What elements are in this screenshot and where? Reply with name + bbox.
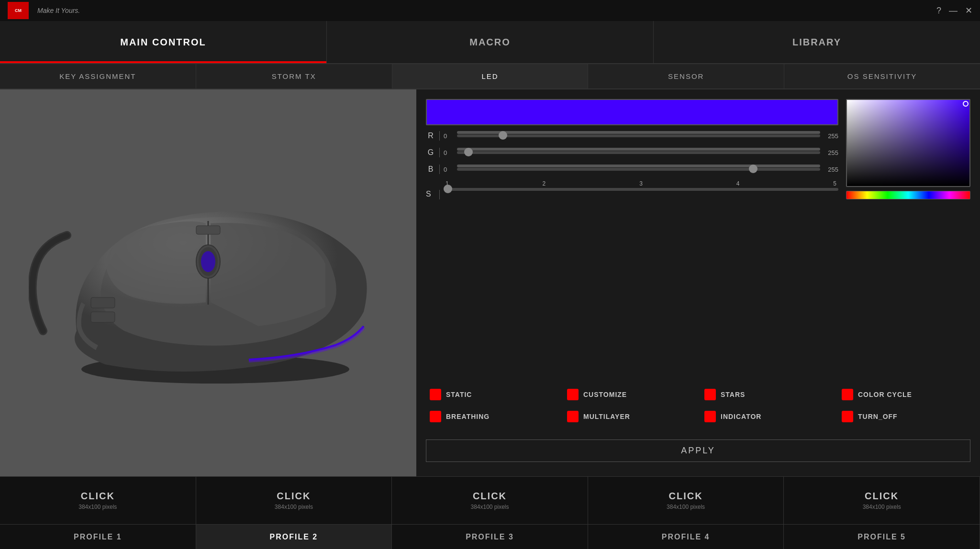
profile-4-click: CLICK <box>669 491 703 502</box>
color-gradient-picker[interactable] <box>846 99 970 187</box>
hue-bar[interactable] <box>846 191 970 199</box>
tab-macro[interactable]: MACRO <box>327 21 654 63</box>
multilayer-icon <box>567 411 579 422</box>
g-slider-row: G 0 255 <box>426 147 838 159</box>
led-mode-static[interactable]: STATIC <box>426 386 558 403</box>
logo-area: CM Make It Yours. <box>8 2 80 19</box>
spacer <box>426 204 970 376</box>
led-mode-stars[interactable]: STARS <box>701 386 833 403</box>
help-button[interactable]: ? <box>936 6 941 16</box>
led-mode-turn-off[interactable]: TURN_OFF <box>838 408 970 425</box>
close-button[interactable]: ✕ <box>965 5 972 16</box>
g-max: 255 <box>824 149 838 156</box>
subtab-led-label: LED <box>481 72 498 80</box>
g-min: 0 <box>444 149 453 156</box>
profile-2-name: PROFILE 2 <box>270 533 318 541</box>
g-track <box>457 151 820 154</box>
b-track <box>457 168 820 171</box>
profile-name-4[interactable]: PROFILE 4 <box>588 525 784 549</box>
customize-label: CUSTOMIZE <box>583 391 627 398</box>
subtab-sensor[interactable]: SENSOR <box>588 64 784 88</box>
right-panel: R 0 255 G 0 255 <box>416 89 980 476</box>
led-mode-indicator[interactable]: INDICATOR <box>701 408 833 425</box>
b-max: 255 <box>824 166 838 173</box>
multilayer-label: MULTILAYER <box>583 413 630 420</box>
mouse-svg <box>29 168 388 398</box>
g-slider[interactable] <box>457 148 820 151</box>
profile-names-bar: PROFILE 1 PROFILE 2 PROFILE 3 PROFILE 4 … <box>0 524 980 549</box>
r-divider <box>439 131 440 141</box>
b-label: B <box>426 165 435 174</box>
s-label: S <box>426 190 435 198</box>
subtab-os-sensitivity-label: OS SENSITIVITY <box>847 72 917 80</box>
tab-main-control-label: MAIN CONTROL <box>120 37 206 48</box>
sub-nav: KEY ASSIGNMENT STORM TX LED SENSOR OS SE… <box>0 64 980 89</box>
profile-3-click: CLICK <box>473 491 507 502</box>
profile-slot-2[interactable]: CLICK 384x100 pixels <box>196 477 392 524</box>
minimize-button[interactable]: — <box>949 6 958 16</box>
r-slider-row: R 0 255 <box>426 130 838 142</box>
led-mode-customize[interactable]: CUSTOMIZE <box>563 386 696 403</box>
profile-4-name: PROFILE 4 <box>662 533 710 541</box>
stars-label: STARS <box>721 391 745 398</box>
tab-macro-label: MACRO <box>469 37 511 48</box>
r-slider[interactable] <box>457 131 820 134</box>
s-divider <box>439 190 440 199</box>
profile-5-name: PROFILE 5 <box>858 533 906 541</box>
led-mode-breathing[interactable]: BREATHING <box>426 408 558 425</box>
color-cycle-label: COLOR CYCLE <box>858 391 912 398</box>
b-min: 0 <box>444 166 453 173</box>
mouse-preview <box>0 89 416 476</box>
tab-main-control[interactable]: MAIN CONTROL <box>0 21 327 63</box>
profile-slot-3[interactable]: CLICK 384x100 pixels <box>392 477 588 524</box>
r-min: 0 <box>444 132 453 140</box>
profile-slot-4[interactable]: CLICK 384x100 pixels <box>588 477 784 524</box>
tab-library[interactable]: LIBRARY <box>654 21 980 63</box>
svg-rect-6 <box>91 312 115 322</box>
coolermaster-logo: CM <box>8 2 29 19</box>
g-label: G <box>426 148 435 157</box>
profile-5-click: CLICK <box>865 491 899 502</box>
static-icon <box>430 389 441 400</box>
profile-name-1[interactable]: PROFILE 1 <box>0 525 196 549</box>
static-label: STATIC <box>446 391 472 398</box>
window-controls: ? — ✕ <box>936 5 972 16</box>
led-modes-grid: STATIC CUSTOMIZE STARS COLOR CYCLE BREAT… <box>426 381 970 430</box>
subtab-storm-tx[interactable]: STORM TX <box>196 64 392 88</box>
profile-name-3[interactable]: PROFILE 3 <box>392 525 588 549</box>
picker-dot <box>963 101 969 107</box>
s-slider[interactable] <box>444 185 838 193</box>
subtab-os-sensitivity[interactable]: OS SENSITIVITY <box>784 64 980 88</box>
b-divider <box>439 165 440 174</box>
b-slider-row: B 0 255 <box>426 164 838 176</box>
apply-button[interactable]: APPLY <box>426 439 970 462</box>
breathing-icon <box>430 411 441 422</box>
breathing-label: BREATHING <box>446 413 490 420</box>
stars-icon <box>704 389 716 400</box>
profile-name-5[interactable]: PROFILE 5 <box>784 525 980 549</box>
profile-5-pixels: 384x100 pixels <box>863 504 901 510</box>
profile-2-pixels: 384x100 pixels <box>275 504 313 510</box>
content-area: R 0 255 G 0 255 <box>0 89 980 476</box>
titlebar: CM Make It Yours. ? — ✕ <box>0 0 980 21</box>
led-mode-multilayer[interactable]: MULTILAYER <box>563 408 696 425</box>
color-picker <box>846 99 970 199</box>
r-label: R <box>426 132 435 140</box>
profile-slot-1[interactable]: CLICK 384x100 pixels <box>0 477 196 524</box>
profile-1-pixels: 384x100 pixels <box>78 504 117 510</box>
subtab-led[interactable]: LED <box>392 64 589 88</box>
profile-slot-5[interactable]: CLICK 384x100 pixels <box>784 477 980 524</box>
profile-2-click: CLICK <box>277 491 311 502</box>
b-slider[interactable] <box>457 165 820 167</box>
profile-slots: CLICK 384x100 pixels CLICK 384x100 pixel… <box>0 476 980 524</box>
color-controls-left: R 0 255 G 0 255 <box>426 99 838 199</box>
profile-name-2[interactable]: PROFILE 2 <box>196 525 392 549</box>
color-section: R 0 255 G 0 255 <box>426 99 970 199</box>
subtab-key-assignment[interactable]: KEY ASSIGNMENT <box>0 64 196 88</box>
led-mode-color-cycle[interactable]: COLOR CYCLE <box>838 386 970 403</box>
speed-slider-container: 1 2 3 4 5 <box>444 180 838 191</box>
main-nav: MAIN CONTROL MACRO LIBRARY <box>0 21 980 64</box>
profile-1-click: CLICK <box>81 491 115 502</box>
speed-section: S 1 2 3 4 5 <box>426 180 838 199</box>
tab-library-label: LIBRARY <box>792 37 841 48</box>
